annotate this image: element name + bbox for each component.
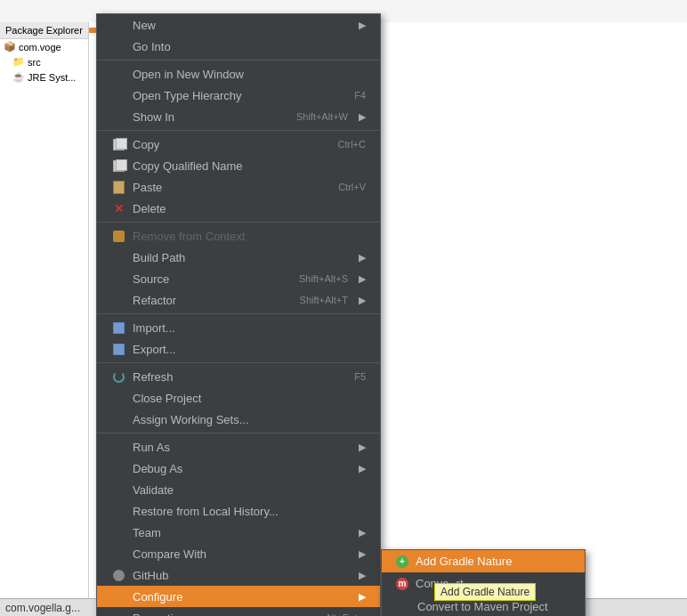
compare-with-arrow: ▶ xyxy=(359,548,366,560)
menu-item-run-as[interactable]: Run As ▶ xyxy=(97,436,380,458)
show-in-arrow: ▶ xyxy=(359,111,366,123)
refactor-icon xyxy=(111,293,125,307)
restore-history-icon xyxy=(111,504,125,518)
properties-icon xyxy=(111,611,125,616)
github-icon xyxy=(111,568,125,582)
build-path-arrow: ▶ xyxy=(359,252,366,263)
add-gradle-nature-tooltip: Add Gradle Nature xyxy=(434,583,536,601)
maven2-icon xyxy=(396,599,410,613)
team-icon xyxy=(111,525,125,539)
assign-working-sets-icon xyxy=(111,412,125,426)
source-icon xyxy=(111,272,125,286)
menu-item-close-project[interactable]: Close Project xyxy=(97,387,380,409)
menu-item-source[interactable]: Source Shift+Alt+S ▶ xyxy=(97,268,380,289)
export-icon xyxy=(111,342,125,356)
menu-item-refactor[interactable]: Refactor Shift+Alt+T ▶ xyxy=(97,289,380,311)
shortcut-paste: Ctrl+V xyxy=(338,182,366,192)
debug-as-icon xyxy=(111,461,125,475)
status-text: com.vogella.g... xyxy=(5,602,80,614)
folder-icon: 📁 xyxy=(12,56,25,68)
menu-item-team[interactable]: Team ▶ xyxy=(97,522,380,543)
explorer-item-label: src xyxy=(28,57,41,68)
context-menu: New ▶ Go Into Open in New Window Open Ty… xyxy=(96,13,381,616)
source-arrow: ▶ xyxy=(359,273,366,285)
open-type-hierarchy-icon xyxy=(111,88,125,102)
menu-item-copy[interactable]: Copy Ctrl+C xyxy=(97,134,380,155)
separator-1 xyxy=(97,60,380,61)
shortcut-properties: Alt+Enter xyxy=(325,612,366,616)
menu-item-go-into[interactable]: Go Into xyxy=(97,36,380,57)
separator-3 xyxy=(97,222,380,223)
maven-icon: m xyxy=(396,578,408,590)
validate-icon xyxy=(111,482,125,497)
menu-item-assign-working-sets[interactable]: Assign Working Sets... xyxy=(97,409,380,430)
copy-qualified-icon xyxy=(111,158,125,173)
menu-item-properties[interactable]: Properties Alt+Enter xyxy=(97,607,380,616)
menu-item-delete[interactable]: ✕ Delete xyxy=(97,198,380,219)
menu-item-import[interactable]: Import... xyxy=(97,317,380,338)
go-into-icon xyxy=(111,39,125,53)
menu-item-validate[interactable]: Validate xyxy=(97,479,380,500)
new-icon xyxy=(111,18,125,32)
menu-item-copy-qualified[interactable]: Copy Qualified Name xyxy=(97,155,380,176)
submenu-item-add-gradle-nature[interactable]: + Add Gradle Nature xyxy=(382,550,585,572)
team-arrow: ▶ xyxy=(359,527,366,539)
explorer-item-label: com.voge xyxy=(19,42,61,53)
delete-icon: ✕ xyxy=(111,201,125,215)
package-explorer-panel: Package Explorer 📦 com.voge 📁 src ☕ JRE … xyxy=(0,22,89,616)
build-path-icon xyxy=(111,250,125,264)
menu-item-open-type-hierarchy[interactable]: Open Type Hierarchy F4 xyxy=(97,85,380,106)
shortcut-f4: F4 xyxy=(354,90,366,101)
separator-5 xyxy=(97,362,380,363)
package-explorer-header: Package Explorer xyxy=(0,22,88,39)
shortcut-source: Shift+Alt+S xyxy=(299,273,348,284)
show-in-icon xyxy=(111,109,125,124)
menu-item-restore-history[interactable]: Restore from Local History... xyxy=(97,500,380,522)
shortcut-copy: Ctrl+C xyxy=(338,139,366,150)
jre-icon: ☕ xyxy=(12,71,25,83)
menu-item-debug-as[interactable]: Debug As ▶ xyxy=(97,458,380,479)
menu-item-export[interactable]: Export... xyxy=(97,338,380,360)
open-new-window-icon xyxy=(111,67,125,81)
menu-item-open-new-window[interactable]: Open in New Window xyxy=(97,63,380,85)
configure-arrow: ▶ xyxy=(359,591,366,603)
refactor-arrow: ▶ xyxy=(359,295,366,306)
configure-icon xyxy=(111,589,125,604)
explorer-item-src[interactable]: 📁 src xyxy=(0,54,88,69)
gradle-icon: + xyxy=(396,555,408,568)
menu-item-refresh[interactable]: Refresh F5 xyxy=(97,366,380,387)
shortcut-refactor: Shift+Alt+T xyxy=(300,295,348,305)
package-icon: 📦 xyxy=(4,41,16,53)
shortcut-f5: F5 xyxy=(354,371,366,382)
remove-context-icon xyxy=(111,229,125,243)
debug-as-arrow: ▶ xyxy=(359,463,366,474)
separator-6 xyxy=(97,433,380,434)
compare-with-icon xyxy=(111,547,125,561)
run-as-arrow: ▶ xyxy=(359,442,366,453)
copy-icon xyxy=(111,137,125,151)
github-arrow: ▶ xyxy=(359,570,366,581)
menu-item-show-in[interactable]: Show In Shift+Alt+W ▶ xyxy=(97,106,380,127)
explorer-item-jre[interactable]: ☕ JRE Syst... xyxy=(0,69,88,85)
explorer-item-label: JRE Syst... xyxy=(28,72,76,83)
explorer-item-com-voge[interactable]: 📦 com.voge xyxy=(0,39,88,54)
menu-item-paste[interactable]: Paste Ctrl+V xyxy=(97,176,380,198)
refresh-icon xyxy=(111,369,125,384)
menu-item-new[interactable]: New ▶ xyxy=(97,14,380,36)
menu-item-compare-with[interactable]: Compare With ▶ xyxy=(97,543,380,564)
run-as-icon xyxy=(111,440,125,454)
close-project-icon xyxy=(111,391,125,405)
menu-item-build-path[interactable]: Build Path ▶ xyxy=(97,247,380,268)
menu-item-configure[interactable]: Configure ▶ xyxy=(97,586,380,607)
menu-item-github[interactable]: GitHub ▶ xyxy=(97,564,380,586)
import-icon xyxy=(111,320,125,335)
submenu-arrow: ▶ xyxy=(359,20,366,31)
separator-2 xyxy=(97,130,380,131)
menu-item-remove-context: Remove from Context xyxy=(97,225,380,247)
package-explorer-title: Package Explorer xyxy=(5,25,83,36)
paste-icon xyxy=(111,180,125,194)
shortcut-show-in: Shift+Alt+W xyxy=(296,111,348,122)
separator-4 xyxy=(97,313,380,314)
